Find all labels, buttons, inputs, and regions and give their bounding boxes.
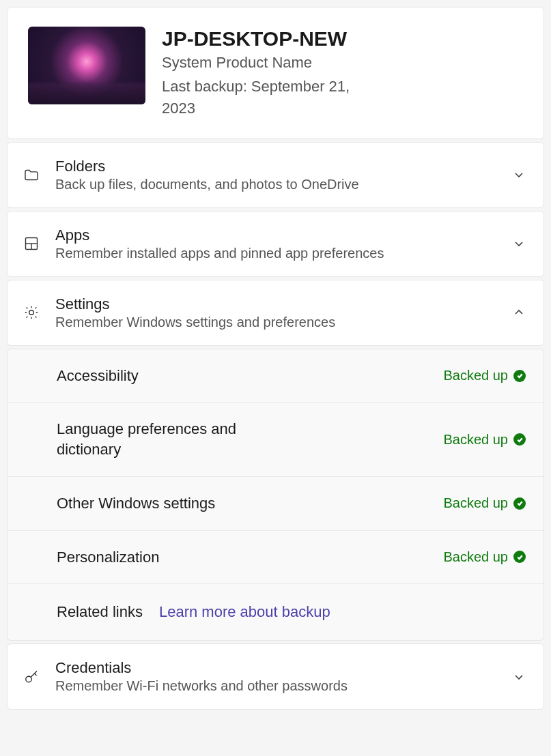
settings-related-links: Related links Learn more about backup bbox=[8, 583, 543, 640]
device-info: JP-DESKTOP-NEW System Product Name Last … bbox=[162, 27, 373, 119]
settings-item-accessibility[interactable]: Accessibility Backed up bbox=[8, 349, 543, 403]
settings-item-label: Personalization bbox=[57, 547, 159, 568]
settings-item-label: Language preferences and dictionary bbox=[57, 419, 289, 459]
section-folders-title: Folders bbox=[55, 158, 497, 175]
svg-point-4 bbox=[26, 676, 31, 682]
section-settings-title: Settings bbox=[55, 295, 497, 313]
section-credentials[interactable]: Credentials Remember Wi-Fi networks and … bbox=[7, 643, 544, 710]
check-circle-icon bbox=[513, 551, 526, 563]
gear-icon bbox=[23, 304, 40, 321]
status-text: Backed up bbox=[443, 549, 508, 565]
section-settings-text: Settings Remember Windows settings and p… bbox=[55, 295, 497, 330]
section-folders-desc: Back up files, documents, and photos to … bbox=[55, 177, 497, 192]
status-badge: Backed up bbox=[443, 549, 526, 565]
section-folders-text: Folders Back up files, documents, and ph… bbox=[55, 158, 497, 192]
folder-icon bbox=[23, 166, 40, 184]
status-badge: Backed up bbox=[443, 368, 526, 383]
status-text: Backed up bbox=[443, 495, 508, 511]
settings-item-label: Accessibility bbox=[57, 366, 139, 386]
section-credentials-title: Credentials bbox=[55, 659, 497, 677]
settings-item-language[interactable]: Language preferences and dictionary Back… bbox=[8, 402, 543, 476]
chevron-down-icon bbox=[512, 237, 526, 250]
learn-more-link[interactable]: Learn more about backup bbox=[159, 603, 330, 621]
section-apps-title: Apps bbox=[55, 227, 497, 244]
status-text: Backed up bbox=[443, 368, 508, 383]
chevron-up-icon bbox=[512, 306, 526, 319]
status-badge: Backed up bbox=[443, 495, 526, 511]
status-text: Backed up bbox=[443, 432, 508, 448]
related-links-label: Related links bbox=[57, 603, 143, 621]
check-circle-icon bbox=[513, 433, 526, 446]
device-product-name: System Product Name bbox=[162, 54, 373, 72]
section-folders[interactable]: Folders Back up files, documents, and ph… bbox=[7, 142, 544, 208]
check-circle-icon bbox=[513, 497, 526, 510]
section-settings[interactable]: Settings Remember Windows settings and p… bbox=[7, 280, 544, 346]
device-wallpaper-thumbnail bbox=[28, 27, 145, 104]
svg-line-6 bbox=[35, 673, 37, 675]
settings-item-label: Other Windows settings bbox=[57, 493, 215, 514]
svg-point-3 bbox=[29, 310, 33, 315]
status-badge: Backed up bbox=[443, 432, 526, 448]
check-circle-icon bbox=[513, 370, 526, 382]
device-summary-card: JP-DESKTOP-NEW System Product Name Last … bbox=[7, 7, 544, 139]
settings-item-other[interactable]: Other Windows settings Backed up bbox=[8, 476, 543, 530]
settings-item-personalization[interactable]: Personalization Backed up bbox=[8, 530, 543, 584]
section-settings-items: Accessibility Backed up Language prefere… bbox=[7, 349, 544, 641]
section-settings-desc: Remember Windows settings and preference… bbox=[55, 315, 497, 330]
device-last-backup: Last backup: September 21, 2023 bbox=[162, 76, 373, 119]
section-apps[interactable]: Apps Remember installed apps and pinned … bbox=[7, 211, 544, 277]
chevron-down-icon bbox=[512, 168, 526, 181]
section-credentials-text: Credentials Remember Wi-Fi networks and … bbox=[55, 659, 497, 694]
section-apps-text: Apps Remember installed apps and pinned … bbox=[55, 227, 497, 261]
device-name: JP-DESKTOP-NEW bbox=[162, 27, 373, 51]
apps-grid-icon bbox=[23, 235, 40, 252]
chevron-down-icon bbox=[512, 670, 526, 684]
svg-line-5 bbox=[31, 671, 37, 677]
section-credentials-desc: Remember Wi-Fi networks and other passwo… bbox=[55, 678, 497, 694]
section-apps-desc: Remember installed apps and pinned app p… bbox=[55, 246, 497, 261]
key-icon bbox=[23, 668, 40, 686]
